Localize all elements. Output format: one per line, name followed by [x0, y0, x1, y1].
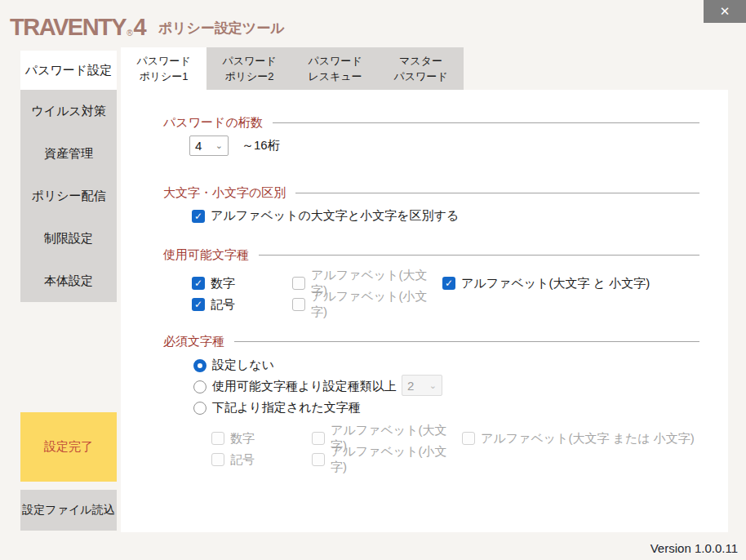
tab-label-line1: パスワード	[121, 53, 206, 69]
min-digits-select[interactable]: 4 ⌄	[189, 136, 229, 156]
usable-both-cases-label: アルファベット(大文字 と 小文字)	[461, 276, 650, 291]
load-settings-file-button[interactable]: 設定ファイル読込	[20, 490, 117, 531]
section-divider	[259, 255, 699, 256]
sidebar-item-password-settings[interactable]: パスワード設定	[20, 51, 117, 90]
sidebar-item-device-settings[interactable]: 本体設定	[20, 260, 117, 302]
required-symbol-label: 記号	[230, 452, 255, 468]
checkbox-unchecked-icon[interactable]	[211, 432, 224, 445]
registered-mark-icon: ®	[127, 29, 132, 38]
settings-complete-button[interactable]: 設定完了	[20, 412, 117, 482]
tab-label-line1: パスワード	[292, 53, 378, 69]
section-required-chars: 必須文字種	[163, 334, 699, 349]
required-lowercase-option: アルファベット(小文字)	[312, 444, 462, 475]
case-sensitive-label: アルファベットの大文字と小文字を区別する	[211, 208, 459, 224]
min-types-value: 2	[407, 379, 414, 393]
tab-label-line2: ポリシー2	[206, 69, 292, 84]
tab-label-line2: レスキュー	[292, 69, 378, 84]
min-digits-value: 4	[195, 139, 202, 153]
digit-range-suffix: ～16桁	[242, 138, 280, 153]
section-title: 使用可能文字種	[163, 247, 249, 263]
brand-version: 4	[134, 13, 147, 41]
checkbox-checked-icon[interactable]: ✓	[192, 298, 205, 311]
usable-chars-row-2: ✓ 記号 アルファベット(小文字)	[192, 289, 442, 320]
radio-unselected-icon[interactable]	[193, 380, 206, 393]
checkbox-unchecked-icon[interactable]	[292, 277, 305, 290]
required-specified-label: 下記より指定された文字種	[212, 400, 361, 416]
radio-selected-icon[interactable]	[193, 359, 206, 372]
sidebar-item-restriction-settings[interactable]: 制限設定	[20, 217, 117, 260]
tab-password-policy-2[interactable]: パスワード ポリシー2	[206, 47, 292, 90]
tab-label-line1: マスター	[378, 53, 464, 69]
required-none-option: 設定しない	[193, 358, 274, 373]
tab-label-line2: ポリシー1	[121, 69, 206, 84]
tab-password-policy-1[interactable]: パスワード ポリシー1	[121, 47, 206, 90]
usable-symbol-label: 記号	[211, 297, 235, 313]
section-divider	[295, 193, 699, 193]
tab-bar: パスワード ポリシー1 パスワード ポリシー2 パスワード レスキュー マスター…	[121, 47, 464, 90]
section-title: 大文字・小文字の区別	[163, 185, 286, 201]
close-button[interactable]: ✕	[704, 0, 746, 23]
policy-settings-window: ✕ TRAVENTY ® 4 ポリシー設定ツール パスワード設定 ウイルス対策 …	[0, 0, 746, 560]
section-case-distinction: 大文字・小文字の区別	[163, 185, 699, 200]
brand-name: TRAVENTY	[10, 13, 126, 41]
checkbox-unchecked-icon[interactable]	[312, 432, 325, 445]
checkbox-checked-icon[interactable]: ✓	[192, 277, 205, 290]
tab-label-line1: パスワード	[206, 53, 292, 69]
checkbox-unchecked-icon[interactable]	[312, 453, 325, 466]
required-min-types-option: 使用可能文字種より設定種類以上	[193, 379, 397, 394]
section-divider	[273, 122, 699, 123]
required-chars-row-2: 記号 アルファベット(小文字)	[211, 444, 462, 475]
section-usable-chars: 使用可能文字種	[163, 247, 699, 262]
case-sensitive-option: ✓ アルファベットの大文字と小文字を区別する	[192, 208, 459, 224]
app-logo: TRAVENTY ® 4 ポリシー設定ツール	[10, 11, 285, 41]
section-password-digits: パスワードの桁数	[163, 115, 699, 130]
sidebar: パスワード設定 ウイルス対策 資産管理 ポリシー配信 制限設定 本体設定	[20, 51, 117, 302]
sidebar-item-asset-management[interactable]: 資産管理	[20, 132, 117, 175]
tab-master-password[interactable]: マスター パスワード	[378, 47, 464, 90]
sidebar-item-virus-protection[interactable]: ウイルス対策	[20, 90, 117, 132]
required-lowercase-label: アルファベット(小文字)	[331, 444, 462, 475]
digit-count-row: 4 ⌄ ～16桁	[189, 135, 280, 156]
chevron-down-icon: ⌄	[215, 140, 223, 151]
usable-symbol-option: ✓ 記号	[192, 297, 292, 313]
section-title: 必須文字種	[163, 334, 224, 349]
section-title: パスワードの桁数	[163, 115, 263, 131]
tab-password-rescue[interactable]: パスワード レスキュー	[292, 47, 378, 90]
required-none-label: 設定しない	[212, 358, 274, 373]
checkbox-unchecked-icon[interactable]	[462, 432, 475, 445]
usable-both-cases-option: ✓ アルファベット(大文字 と 小文字)	[442, 276, 650, 291]
sidebar-item-policy-distribution[interactable]: ポリシー配信	[20, 175, 117, 217]
chevron-down-icon: ⌄	[429, 380, 437, 391]
version-label: Version 1.0.0.11	[651, 541, 738, 555]
checkbox-checked-icon[interactable]: ✓	[442, 277, 455, 290]
required-symbol-option: 記号	[211, 452, 312, 468]
checkbox-unchecked-icon[interactable]	[292, 298, 305, 311]
tab-label-line2: パスワード	[378, 69, 464, 84]
content-panel: パスワードの桁数 4 ⌄ ～16桁 大文字・小文字の区別 ✓ アルファベットの大…	[121, 90, 728, 532]
required-either-case-label: アルファベット(大文字 または 小文字)	[481, 431, 695, 447]
required-min-types-label: 使用可能文字種より設定種類以上	[212, 379, 397, 394]
required-specified-option: 下記より指定された文字種	[193, 400, 361, 416]
checkbox-unchecked-icon[interactable]	[211, 453, 224, 466]
section-divider	[234, 341, 699, 342]
required-either-case-option: アルファベット(大文字 または 小文字)	[462, 431, 695, 447]
checkbox-checked-icon[interactable]: ✓	[192, 210, 205, 223]
app-title: ポリシー設定ツール	[158, 19, 285, 38]
min-types-select[interactable]: 2 ⌄	[402, 375, 442, 396]
usable-lowercase-label: アルファベット(小文字)	[311, 289, 442, 320]
close-icon: ✕	[720, 4, 730, 19]
usable-lowercase-option: アルファベット(小文字)	[292, 289, 442, 320]
radio-unselected-icon[interactable]	[193, 402, 206, 415]
